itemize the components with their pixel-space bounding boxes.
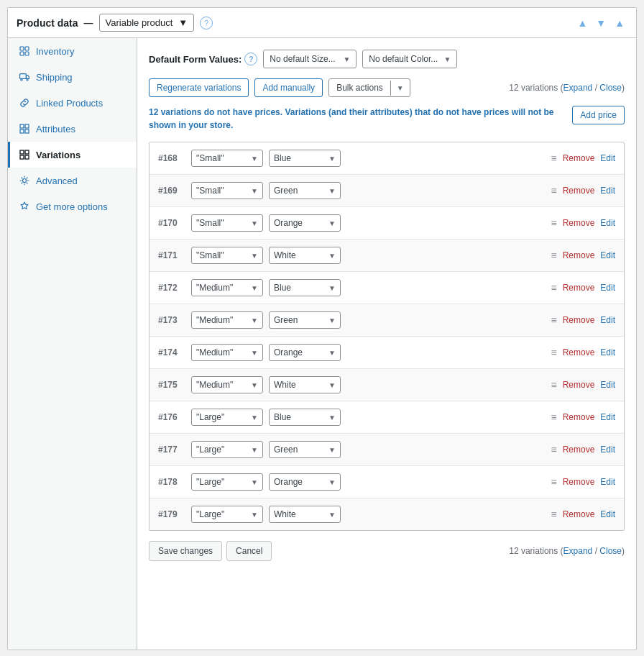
arrow-collapse-button[interactable]: ▲: [612, 16, 627, 30]
panel-header-arrows: ▲ ▼ ▲: [574, 16, 627, 30]
color-select-3[interactable]: White ▼: [269, 247, 341, 264]
color-select-0[interactable]: Blue ▼: [269, 150, 341, 167]
close-link-header[interactable]: Close: [599, 83, 622, 93]
color-select-11[interactable]: White ▼: [269, 506, 341, 523]
drag-handle-0[interactable]: ≡: [551, 152, 556, 164]
edit-link-11[interactable]: Edit: [600, 509, 615, 519]
drag-handle-5[interactable]: ≡: [551, 314, 556, 326]
remove-link-8[interactable]: Remove: [563, 412, 595, 422]
drag-handle-11[interactable]: ≡: [551, 509, 556, 520]
remove-link-2[interactable]: Remove: [563, 218, 595, 228]
size-dropdown[interactable]: No default Size... ▼: [263, 50, 356, 68]
sidebar-item-linked-products[interactable]: Linked Products: [8, 90, 137, 116]
size-select-2[interactable]: "Small" ▼: [191, 214, 263, 232]
drag-handle-1[interactable]: ≡: [551, 185, 556, 196]
edit-link-2[interactable]: Edit: [600, 218, 615, 228]
color-chevron-8: ▼: [328, 414, 336, 422]
edit-link-3[interactable]: Edit: [600, 250, 615, 260]
edit-link-5[interactable]: Edit: [600, 315, 615, 325]
edit-link-0[interactable]: Edit: [600, 153, 615, 163]
size-select-3[interactable]: "Small" ▼: [191, 247, 263, 264]
sidebar-item-advanced[interactable]: Advanced: [8, 168, 137, 193]
color-select-9[interactable]: Green ▼: [269, 441, 341, 458]
drag-handle-9[interactable]: ≡: [551, 444, 556, 455]
color-select-10[interactable]: Orange ▼: [269, 473, 341, 491]
size-select-9[interactable]: "Large" ▼: [191, 441, 263, 458]
remove-link-5[interactable]: Remove: [563, 315, 595, 325]
size-select-10[interactable]: "Large" ▼: [191, 473, 263, 491]
remove-link-7[interactable]: Remove: [563, 380, 595, 390]
save-changes-button[interactable]: Save changes: [149, 541, 222, 561]
product-type-label: Variable product: [106, 17, 173, 28]
sidebar-item-inventory[interactable]: Inventory: [8, 38, 137, 64]
remove-link-1[interactable]: Remove: [563, 186, 595, 196]
drag-handle-4[interactable]: ≡: [551, 282, 556, 293]
size-select-7[interactable]: "Medium" ▼: [191, 376, 263, 393]
bulk-actions-chevron[interactable]: ▼: [390, 81, 410, 96]
remove-link-9[interactable]: Remove: [563, 445, 595, 455]
color-select-6[interactable]: Orange ▼: [269, 344, 341, 361]
table-row: #171 "Small" ▼ White ▼ ≡ Remove Edit: [150, 240, 624, 272]
remove-link-4[interactable]: Remove: [563, 283, 595, 293]
sidebar-item-get-more-options[interactable]: Get more options: [8, 193, 137, 219]
size-select-6[interactable]: "Medium" ▼: [191, 344, 263, 361]
color-select-5[interactable]: Green ▼: [269, 311, 341, 329]
drag-handle-2[interactable]: ≡: [551, 217, 556, 229]
regenerate-variations-button[interactable]: Regenerate variations: [149, 78, 249, 97]
color-select-2[interactable]: Orange ▼: [269, 214, 341, 232]
remove-link-3[interactable]: Remove: [563, 250, 595, 260]
variation-id: #179: [158, 509, 185, 519]
cancel-button[interactable]: Cancel: [226, 541, 272, 561]
edit-link-8[interactable]: Edit: [600, 412, 615, 422]
drag-handle-10[interactable]: ≡: [551, 476, 556, 488]
get-more-options-icon: [19, 201, 30, 212]
color-select-1[interactable]: Green ▼: [269, 182, 341, 199]
edit-link-4[interactable]: Edit: [600, 283, 615, 293]
svg-rect-12: [25, 150, 29, 154]
size-select-0[interactable]: "Small" ▼: [191, 150, 263, 167]
color-dropdown[interactable]: No default Color... ▼: [362, 50, 457, 68]
remove-link-0[interactable]: Remove: [563, 153, 595, 163]
drag-handle-7[interactable]: ≡: [551, 379, 556, 391]
color-select-8[interactable]: Blue ▼: [269, 409, 341, 426]
edit-link-1[interactable]: Edit: [600, 186, 615, 196]
expand-link-header[interactable]: Expand: [564, 83, 593, 93]
sidebar-shipping-label: Shipping: [36, 72, 73, 83]
drag-handle-8[interactable]: ≡: [551, 411, 556, 423]
header-help-icon[interactable]: ?: [200, 17, 213, 29]
expand-link-footer[interactable]: Expand: [564, 546, 593, 556]
add-price-button[interactable]: Add price: [572, 106, 625, 124]
sidebar: Inventory Shipping: [8, 38, 137, 650]
edit-link-9[interactable]: Edit: [600, 445, 615, 455]
size-select-4[interactable]: "Medium" ▼: [191, 279, 263, 296]
default-form-help-icon[interactable]: ?: [244, 53, 257, 65]
variations-list: #168 "Small" ▼ Blue ▼ ≡ Remove Edit #169…: [149, 142, 625, 531]
size-select-8[interactable]: "Large" ▼: [191, 409, 263, 426]
color-select-7[interactable]: White ▼: [269, 376, 341, 393]
edit-link-10[interactable]: Edit: [600, 477, 615, 487]
product-type-select[interactable]: Variable product ▼: [99, 14, 195, 32]
sidebar-item-variations[interactable]: Variations: [8, 142, 137, 168]
arrow-down-button[interactable]: ▼: [593, 16, 609, 30]
table-row: #178 "Large" ▼ Orange ▼ ≡ Remove Edit: [150, 466, 624, 498]
size-select-5[interactable]: "Medium" ▼: [191, 311, 263, 329]
close-link-footer[interactable]: Close: [599, 546, 622, 556]
remove-link-6[interactable]: Remove: [563, 347, 595, 357]
color-chevron-4: ▼: [328, 284, 336, 292]
arrow-up-button[interactable]: ▲: [574, 16, 590, 30]
drag-handle-3[interactable]: ≡: [551, 250, 556, 261]
sidebar-item-shipping[interactable]: Shipping: [8, 64, 137, 90]
panel-dash: —: [84, 17, 93, 28]
color-select-4[interactable]: Blue ▼: [269, 279, 341, 296]
drag-handle-6[interactable]: ≡: [551, 347, 556, 358]
sidebar-item-attributes[interactable]: Attributes: [8, 116, 137, 142]
variation-id: #176: [158, 412, 185, 422]
add-manually-button[interactable]: Add manually: [254, 78, 323, 97]
edit-link-7[interactable]: Edit: [600, 380, 615, 390]
notice-text: 12 variations do not have prices. Variat…: [149, 106, 566, 132]
size-select-1[interactable]: "Small" ▼: [191, 182, 263, 199]
size-select-11[interactable]: "Large" ▼: [191, 506, 263, 523]
edit-link-6[interactable]: Edit: [600, 347, 615, 357]
remove-link-11[interactable]: Remove: [563, 509, 595, 519]
remove-link-10[interactable]: Remove: [563, 477, 595, 487]
